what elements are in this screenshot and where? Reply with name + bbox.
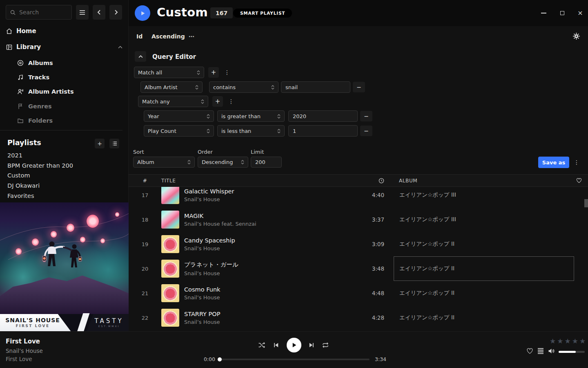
track-artist[interactable]: Snail’s House xyxy=(184,196,360,202)
query-editor-collapse-button[interactable] xyxy=(135,51,146,62)
track-artist[interactable]: Snail’s House xyxy=(184,294,360,301)
seek-bar[interactable] xyxy=(218,359,370,360)
add-rule-button[interactable]: + xyxy=(208,67,219,78)
match-any-select[interactable]: Match any xyxy=(138,96,208,107)
next-button[interactable] xyxy=(308,342,315,348)
rule1-value-input[interactable] xyxy=(281,81,350,93)
window-maximize-button[interactable] xyxy=(558,9,566,17)
sidebar-item-genres[interactable]: Genres xyxy=(17,102,122,110)
track-album[interactable]: エイリアン☆ポップ II xyxy=(394,281,574,305)
track-artist[interactable]: Snail’s House xyxy=(184,270,360,276)
track-row[interactable]: 19 Candy SpaceshipSnail’s House 3:09 エイリ… xyxy=(129,232,588,256)
sort-direction-button[interactable]: Ascending xyxy=(151,33,185,40)
rule2-operator-select[interactable]: is greater than xyxy=(217,110,285,122)
search-box[interactable] xyxy=(6,5,72,20)
track-album[interactable]: エイリアン☆ポップ II xyxy=(394,232,574,256)
track-album[interactable]: エイリアン☆ポップ III xyxy=(394,187,574,207)
playlist-item[interactable]: DJ Okawari xyxy=(7,182,124,190)
now-playing-artist[interactable]: Snail’s House xyxy=(6,348,43,354)
window-close-button[interactable]: × xyxy=(576,9,584,17)
remove-rule2-button[interactable]: − xyxy=(360,111,372,121)
limit-input[interactable] xyxy=(251,157,282,168)
playlist-item[interactable]: Favorites xyxy=(7,193,124,200)
search-input[interactable] xyxy=(19,9,68,16)
window-minimize-button[interactable] xyxy=(539,9,548,17)
star-icon[interactable]: ★ xyxy=(557,337,563,345)
add-subrule-button[interactable]: + xyxy=(212,96,223,107)
rule3-operator-select[interactable]: is less than xyxy=(217,125,285,137)
sort-field-button[interactable]: Id xyxy=(136,33,143,40)
track-row[interactable]: 17 Galactic WhisperSnail’s House 4:40 エイ… xyxy=(129,187,588,207)
now-playing-album[interactable]: First Love xyxy=(6,356,32,362)
rule-group-menu-button[interactable]: ⋮ xyxy=(224,67,230,78)
sidebar-item-albums[interactable]: Albums xyxy=(17,59,122,67)
match-all-select[interactable]: Match all xyxy=(134,67,204,78)
playlist-item[interactable]: 2021 xyxy=(7,152,124,160)
rule1-operator-select[interactable]: contains xyxy=(209,81,278,93)
sidebar-item-tracks[interactable]: Tracks xyxy=(17,73,122,81)
track-artist[interactable]: Snail’s House xyxy=(184,319,360,325)
track-title[interactable]: Cosmo Funk xyxy=(184,286,360,293)
shuffle-button[interactable] xyxy=(258,342,265,348)
column-header-album[interactable]: ALBUM xyxy=(384,178,570,184)
playlist-list-button[interactable] xyxy=(109,139,119,148)
previous-button[interactable] xyxy=(273,342,279,348)
sort-select[interactable]: Album xyxy=(133,157,195,168)
column-header-title[interactable]: TITLE xyxy=(161,178,360,184)
track-row[interactable]: 22 STARRY POPSnail’s House 4:28 エイリアン☆ポッ… xyxy=(129,305,588,330)
star-icon[interactable]: ★ xyxy=(550,337,556,345)
remove-rule3-button[interactable]: − xyxy=(360,126,372,136)
volume-slider[interactable] xyxy=(559,351,585,353)
sidebar-item-folders[interactable]: Folders xyxy=(17,117,122,125)
track-album[interactable]: エイリアン☆ポップ II xyxy=(394,305,574,330)
seek-knob[interactable] xyxy=(218,357,222,361)
track-row[interactable]: 18 MAGIKSnail’s House feat. Sennzai 3:37… xyxy=(129,207,588,232)
subgroup-menu-button[interactable]: ⋮ xyxy=(228,96,234,107)
play-playlist-button[interactable] xyxy=(135,5,150,21)
track-row[interactable]: 20 プラネット・ガールSnail’s House 3:48 エイリアン☆ポップ… xyxy=(129,256,588,281)
track-album-focused-cell[interactable]: エイリアン☆ポップ II xyxy=(394,256,574,281)
rule3-field-select[interactable]: Play Count xyxy=(144,125,214,137)
sidebar-item-home[interactable]: Home xyxy=(6,26,122,36)
playlist-item[interactable]: BPM Greater than 200 xyxy=(7,162,124,170)
playlist-item[interactable]: Custom xyxy=(7,172,124,180)
order-select[interactable]: Descending xyxy=(198,157,248,168)
rule2-field-select[interactable]: Year xyxy=(144,110,214,122)
track-title[interactable]: STARRY POP xyxy=(184,311,360,317)
track-row[interactable]: 21 Cosmo FunkSnail’s House 4:48 エイリアン☆ポッ… xyxy=(129,281,588,305)
nav-forward-button[interactable] xyxy=(109,5,122,20)
column-header-number[interactable]: # xyxy=(129,178,161,184)
scrollbar-thumb[interactable] xyxy=(584,199,588,207)
save-as-button[interactable]: Save as xyxy=(538,157,569,168)
star-icon[interactable]: ★ xyxy=(572,337,578,345)
track-title[interactable]: Candy Spaceship xyxy=(184,237,360,244)
track-album[interactable]: エイリアン☆ポップ III xyxy=(394,207,574,232)
nav-back-button[interactable] xyxy=(93,5,105,20)
menu-button[interactable] xyxy=(76,5,89,20)
now-playing-album-art[interactable]: SNAIL'S HOUSE FIRST LOVE TASTY EST.MMXI xyxy=(0,202,129,331)
rule3-value-input[interactable] xyxy=(288,125,358,137)
sidebar-item-album-artists[interactable]: Album Artists xyxy=(17,88,122,96)
favorite-button[interactable] xyxy=(526,348,533,354)
rating-stars[interactable]: ★ ★ ★ ★ ★ xyxy=(550,337,586,345)
column-header-duration[interactable] xyxy=(360,178,384,184)
rule2-value-input[interactable] xyxy=(288,110,358,122)
track-artist[interactable]: Snail’s House feat. Sennzai xyxy=(184,221,360,227)
star-icon[interactable]: ★ xyxy=(579,337,586,345)
play-pause-button[interactable] xyxy=(287,338,301,352)
track-title[interactable]: Galactic Whisper xyxy=(184,188,360,195)
sidebar-item-library[interactable]: Library xyxy=(6,42,122,52)
add-playlist-button[interactable]: + xyxy=(95,139,105,148)
star-icon[interactable]: ★ xyxy=(565,337,571,345)
track-title[interactable]: プラネット・ガール xyxy=(184,261,360,269)
now-playing-menu-button[interactable]: ⋮ xyxy=(33,338,39,344)
rule1-field-select[interactable]: Album Artist xyxy=(140,81,203,93)
track-title[interactable]: MAGIK xyxy=(184,213,360,219)
column-header-favorite[interactable] xyxy=(570,178,588,183)
save-menu-button[interactable]: ⋮ xyxy=(573,157,580,168)
volume-button[interactable] xyxy=(548,348,555,354)
more-options-button[interactable]: ⋯ xyxy=(189,33,194,40)
chevron-up-icon[interactable] xyxy=(118,46,122,49)
settings-button[interactable] xyxy=(573,33,580,41)
track-artist[interactable]: Snail’s House xyxy=(184,245,360,251)
